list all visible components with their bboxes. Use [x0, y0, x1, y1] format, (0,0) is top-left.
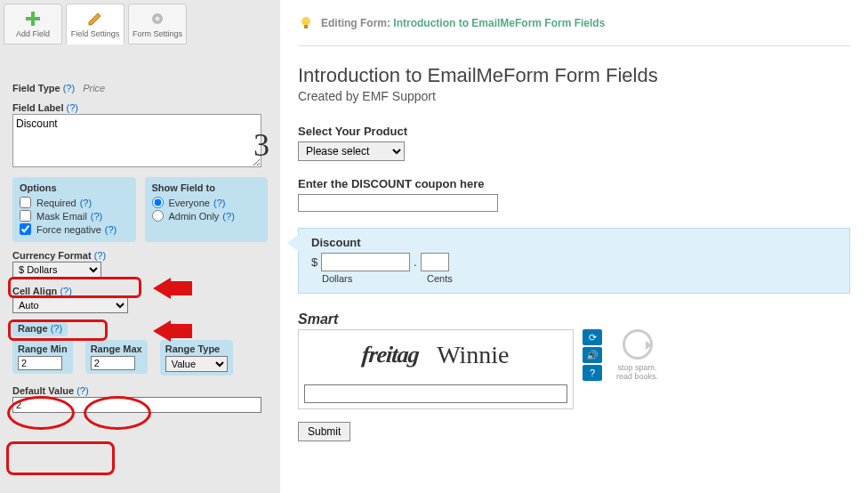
- help-link[interactable]: (?): [213, 198, 225, 208]
- discount-label: Discount: [311, 236, 837, 249]
- submit-button[interactable]: Submit: [298, 422, 350, 441]
- admin-only-radio[interactable]: [152, 210, 164, 222]
- discount-field[interactable]: Discount $ . Dollars Cents: [298, 228, 850, 294]
- field-type-label: Field Type (?) Price: [12, 83, 105, 93]
- recaptcha-icon: [623, 329, 653, 360]
- annotation-arrow-icon: [153, 320, 192, 342]
- tab-label: Field Settings: [71, 29, 120, 38]
- tab-add-field[interactable]: Add Field: [4, 4, 62, 44]
- editing-header: Editing Form: Introduction to EmailMeFor…: [298, 0, 850, 46]
- mask-email-checkbox[interactable]: [20, 210, 31, 222]
- editor-tabs: Add Field Field Settings Form Settings: [0, 0, 280, 46]
- range-type-label: Range Type: [165, 343, 228, 354]
- gear-icon: [149, 10, 166, 28]
- currency-format-label: Currency Format (?): [12, 250, 106, 261]
- range-type-block: Range Type Value: [160, 340, 233, 376]
- field-label-label: Field Label (?): [12, 102, 78, 113]
- coupon-label: Enter the DISCOUNT coupon here: [298, 177, 850, 190]
- product-label: Select Your Product: [298, 125, 850, 138]
- help-link[interactable]: (?): [67, 102, 78, 113]
- svg-point-4: [301, 17, 310, 26]
- help-link[interactable]: (?): [94, 250, 106, 261]
- plus-icon: [24, 10, 42, 28]
- cents-input[interactable]: [421, 253, 449, 271]
- help-link[interactable]: (?): [63, 83, 75, 93]
- pencil-icon: [86, 10, 104, 28]
- form-title: Introduction to EmailMeForm Form Fields: [298, 64, 850, 87]
- captcha-refresh-button[interactable]: ⟳: [583, 329, 602, 345]
- range-max-block: Range Max: [85, 340, 148, 374]
- form-preview: Introduction to EmailMeForm Form Fields …: [298, 46, 850, 459]
- form-subtitle: Created by EMF Support: [298, 89, 850, 103]
- currency-format-select[interactable]: $ Dollars: [12, 262, 101, 278]
- options-block: Options Required (?) Mask Email (?) Forc…: [12, 177, 136, 242]
- svg-rect-5: [304, 25, 308, 28]
- help-link[interactable]: (?): [105, 224, 117, 235]
- show-field-title: Show Field to: [152, 182, 261, 193]
- tab-label: Add Field: [16, 29, 50, 38]
- dollars-sublabel: Dollars: [322, 273, 411, 284]
- cents-sublabel: Cents: [427, 273, 453, 284]
- field-type-value: Price: [83, 83, 105, 93]
- lightbulb-icon: [298, 15, 314, 31]
- captcha-audio-button[interactable]: 🔊: [583, 347, 602, 363]
- cell-align-label: Cell Align (?): [12, 286, 72, 296]
- svg-rect-1: [26, 17, 40, 20]
- editing-prefix: Editing Form:: [321, 17, 393, 29]
- annotation-box: [6, 441, 115, 475]
- help-link[interactable]: (?): [76, 385, 88, 396]
- cell-align-select[interactable]: Auto: [12, 297, 128, 313]
- required-checkbox[interactable]: [20, 197, 31, 208]
- currency-symbol: $: [311, 255, 317, 269]
- recaptcha-logo: stop spam. read books.: [616, 329, 658, 409]
- field-label-input[interactable]: Discount: [12, 114, 261, 167]
- default-value-input[interactable]: [12, 397, 261, 413]
- dollars-input[interactable]: [321, 253, 410, 271]
- captcha-word: Winnie: [437, 341, 509, 369]
- range-label: Range (?): [18, 323, 62, 334]
- captcha-word: freitag: [361, 342, 420, 368]
- range-max-input[interactable]: [91, 356, 135, 370]
- coupon-input[interactable]: [298, 194, 498, 212]
- help-link[interactable]: (?): [222, 211, 234, 222]
- tab-field-settings[interactable]: Field Settings: [66, 4, 125, 44]
- step-number: 3: [253, 126, 269, 164]
- everyone-radio[interactable]: [152, 197, 164, 208]
- captcha-input[interactable]: [304, 384, 567, 403]
- editing-title: Introduction to EmailMeForm Form Fields: [393, 17, 605, 29]
- captcha-widget: freitag Winnie: [298, 329, 574, 409]
- default-value-label: Default Value (?): [12, 385, 89, 396]
- range-min-block: Range Min: [12, 340, 73, 374]
- tab-label: Form Settings: [133, 29, 182, 38]
- range-type-select[interactable]: Value: [165, 356, 228, 372]
- help-link[interactable]: (?): [60, 286, 71, 296]
- help-link[interactable]: (?): [80, 198, 92, 208]
- product-select[interactable]: Please select: [298, 141, 405, 161]
- options-title: Options: [20, 182, 129, 193]
- show-field-block: Show Field to Everyone (?) Admin Only (?…: [145, 177, 269, 242]
- tab-form-settings[interactable]: Form Settings: [128, 4, 187, 44]
- range-min-label: Range Min: [18, 343, 68, 354]
- captcha-help-button[interactable]: ?: [583, 365, 602, 381]
- svg-point-3: [156, 17, 160, 21]
- captcha-title: Smart: [298, 311, 850, 327]
- help-link[interactable]: (?): [91, 211, 102, 222]
- range-max-label: Range Max: [91, 343, 142, 354]
- range-min-input[interactable]: [18, 356, 62, 370]
- force-negative-checkbox[interactable]: [20, 223, 31, 235]
- decimal-dot: .: [414, 256, 416, 269]
- help-link[interactable]: (?): [51, 323, 62, 334]
